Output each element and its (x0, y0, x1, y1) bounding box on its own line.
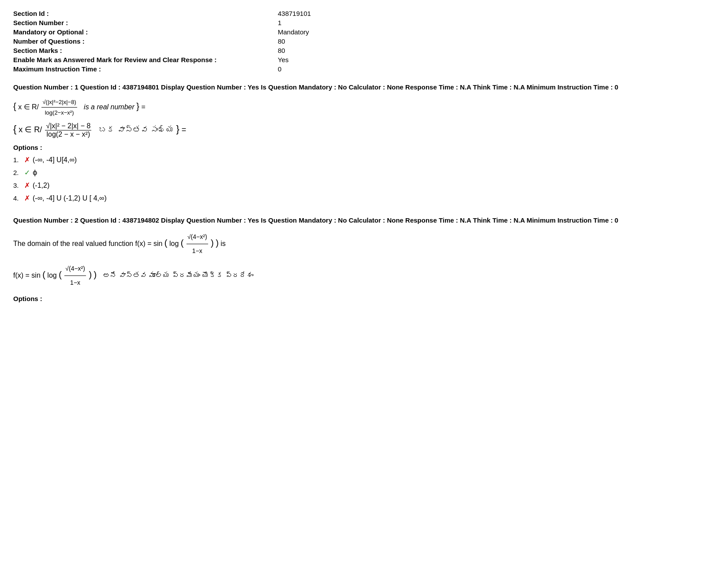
option-1-text: (-∞, -4] U[4,∞) (33, 156, 77, 164)
enable-value: Yes (278, 56, 288, 63)
section-number-row: Section Number : 1 (13, 18, 715, 27)
questions-row: Number of Questions : 80 (13, 37, 715, 46)
option-3-row: 3. ✗ (-1,2) (13, 181, 715, 190)
questions-value: 80 (278, 37, 285, 45)
option-4-row: 4. ✗ (-∞, -4] U (-1,2) U [ 4,∞) (13, 194, 715, 202)
correct-icon-2: ✓ (24, 168, 30, 177)
question-2-options-label: Options : (13, 295, 715, 302)
marks-row: Section Marks : 80 (13, 46, 715, 55)
questions-label: Number of Questions : (13, 37, 278, 45)
section-id-row: Section Id : 438719101 (13, 9, 715, 18)
marks-value: 80 (278, 47, 285, 54)
wrong-icon-4: ✗ (24, 194, 30, 202)
max-instruction-row: Maximum Instruction Time : 0 (13, 64, 715, 74)
max-instruction-value: 0 (278, 65, 281, 73)
option-2-num: 2. (13, 169, 24, 176)
wrong-icon-1: ✗ (24, 156, 30, 164)
option-2-row: 2. ✓ ϕ (13, 168, 715, 177)
question-1-block: Question Number : 1 Question Id : 438719… (13, 82, 715, 202)
enable-label: Enable Mark as Answered Mark for Review … (13, 56, 278, 63)
section-number-value: 1 (278, 19, 281, 26)
enable-row: Enable Mark as Answered Mark for Review … (13, 55, 715, 64)
question-2-math-telugu: f(x) = sin ( log ( √(4−x²) 1−x ) ) అనే వ… (13, 262, 715, 290)
option-4-num: 4. (13, 194, 24, 202)
mandatory-row: Mandatory or Optional : Mandatory (13, 27, 715, 37)
option-3-text: (-1,2) (33, 182, 49, 190)
question-1-math-telugu: { x ∈ R/ √|x|² − 2|x| − 8 log(2 − x − x²… (13, 122, 715, 138)
question-1-options-label: Options : (13, 144, 715, 151)
question-2-math-english: The domain of the real valued function f… (13, 230, 715, 258)
wrong-icon-3: ✗ (24, 181, 30, 190)
section-info: Section Id : 438719101 Section Number : … (13, 9, 715, 74)
max-instruction-label: Maximum Instruction Time : (13, 65, 278, 73)
option-1-row: 1. ✗ (-∞, -4] U[4,∞) (13, 156, 715, 164)
mandatory-value: Mandatory (278, 28, 309, 36)
section-number-label: Section Number : (13, 19, 278, 26)
section-id-value: 438719101 (278, 10, 311, 17)
mandatory-label: Mandatory or Optional : (13, 28, 278, 36)
option-4-text: (-∞, -4] U (-1,2) U [ 4,∞) (33, 194, 107, 202)
question-1-math-english: { x ∈ R/ √(|x|²−2|x|−8) log(2−x−x²) is a… (13, 97, 715, 118)
option-2-text: ϕ (33, 168, 37, 177)
section-id-label: Section Id : (13, 10, 278, 17)
option-3-num: 3. (13, 182, 24, 189)
question-1-header: Question Number : 1 Question Id : 438719… (13, 82, 715, 93)
question-2-header: Question Number : 2 Question Id : 438719… (13, 216, 715, 226)
option-1-num: 1. (13, 156, 24, 164)
marks-label: Section Marks : (13, 47, 278, 54)
question-2-block: Question Number : 2 Question Id : 438719… (13, 216, 715, 302)
